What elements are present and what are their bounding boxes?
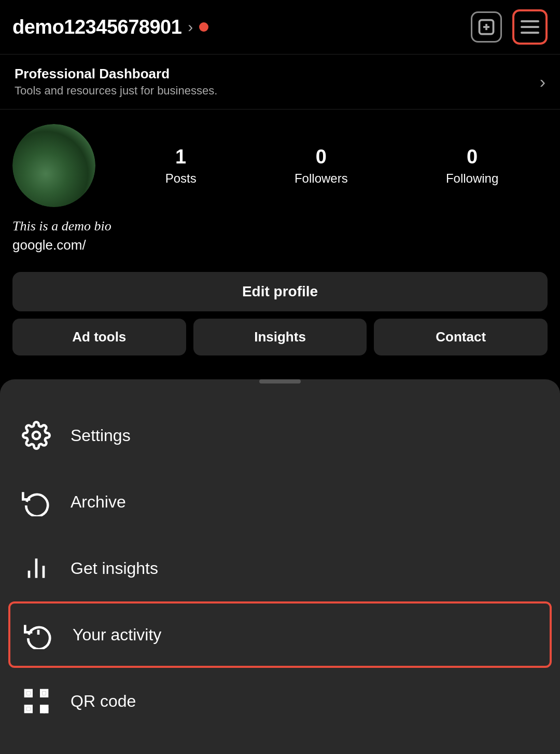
svg-rect-12: [43, 691, 46, 695]
get-insights-label: Get insights: [71, 559, 158, 578]
settings-label: Settings: [71, 426, 131, 445]
svg-rect-14: [26, 707, 30, 711]
posts-count: 1: [175, 146, 186, 168]
svg-point-3: [33, 432, 40, 439]
action-buttons: Edit profile Ad tools Insights Contact: [0, 264, 560, 364]
followers-stat[interactable]: 0 Followers: [295, 146, 348, 186]
avatar[interactable]: [12, 124, 95, 207]
menu-item-archive[interactable]: Archive: [0, 469, 560, 535]
menu-item-qr-code[interactable]: QR code: [0, 668, 560, 734]
pro-dashboard-chevron-icon: ›: [540, 72, 545, 92]
menu-item-settings[interactable]: Settings: [0, 402, 560, 469]
menu-button[interactable]: [512, 9, 548, 45]
insights-button[interactable]: Insights: [193, 319, 367, 355]
header-right: [471, 9, 548, 45]
sheet-handle: [259, 379, 301, 383]
bio-text: This is a demo bio: [12, 218, 548, 234]
bottom-sheet: Settings Archive Get insights: [0, 379, 560, 754]
pro-dashboard-subtitle: Tools and resources just for businesses.: [15, 84, 217, 98]
archive-label: Archive: [71, 492, 126, 512]
menu-item-your-activity[interactable]: Your activity: [8, 601, 552, 668]
following-label: Following: [446, 171, 498, 186]
svg-rect-10: [26, 691, 30, 695]
profile-top: 1 Posts 0 Followers 0 Following: [12, 124, 548, 207]
following-stat[interactable]: 0 Following: [446, 146, 498, 186]
hamburger-line-top: [521, 20, 539, 22]
pro-dashboard-banner[interactable]: Professional Dashboard Tools and resourc…: [0, 54, 560, 109]
posts-label: Posts: [165, 171, 197, 186]
avatar-image: [12, 124, 95, 207]
your-activity-label: Your activity: [73, 625, 161, 645]
edit-profile-button[interactable]: Edit profile: [12, 272, 548, 311]
archive-icon: [21, 486, 52, 517]
pro-dashboard-title: Professional Dashboard: [15, 66, 217, 82]
settings-icon: [21, 420, 52, 451]
profile-bio: This is a demo bio google.com/: [12, 218, 548, 253]
profile-section: 1 Posts 0 Followers 0 Following This is …: [0, 109, 560, 264]
plus-square-icon: [477, 18, 496, 36]
posts-stat[interactable]: 1 Posts: [165, 146, 197, 186]
followers-count: 0: [316, 146, 327, 168]
username-chevron-icon[interactable]: ›: [188, 18, 193, 36]
get-insights-icon: [21, 553, 52, 584]
following-count: 0: [467, 146, 478, 168]
bio-link[interactable]: google.com/: [12, 237, 548, 253]
add-post-button[interactable]: [471, 11, 502, 43]
profile-stats: 1 Posts 0 Followers 0 Following: [116, 146, 548, 186]
contact-button[interactable]: Contact: [374, 319, 548, 355]
qr-code-label: QR code: [71, 692, 136, 711]
header-left: demo12345678901 ›: [12, 16, 208, 38]
header: demo12345678901 ›: [0, 0, 560, 54]
menu-item-get-insights[interactable]: Get insights: [0, 535, 560, 601]
username-label[interactable]: demo12345678901: [12, 16, 181, 38]
followers-label: Followers: [295, 171, 348, 186]
your-activity-icon: [23, 619, 54, 650]
secondary-buttons: Ad tools Insights Contact: [12, 319, 548, 355]
pro-dashboard-text: Professional Dashboard Tools and resourc…: [15, 66, 217, 98]
hamburger-line-bottom: [521, 32, 539, 34]
notification-dot: [199, 22, 208, 32]
qr-code-icon: [21, 686, 52, 717]
ad-tools-button[interactable]: Ad tools: [12, 319, 186, 355]
hamburger-line-middle: [521, 26, 539, 28]
